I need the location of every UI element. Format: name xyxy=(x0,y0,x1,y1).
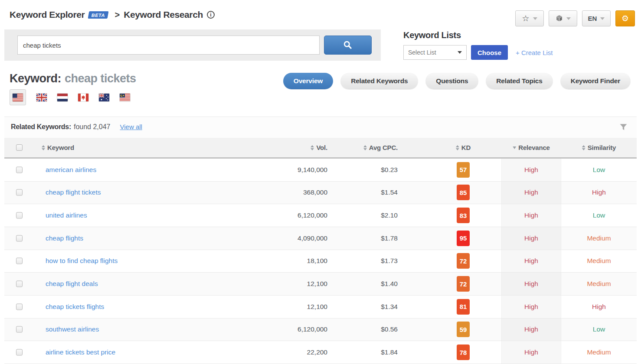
similarity-value: Medium xyxy=(587,257,611,265)
volume-value: 368,000 xyxy=(303,188,327,196)
volume-value: 12,100 xyxy=(307,280,327,288)
table-row: cheap flight deals12,100$1.4072HighMediu… xyxy=(4,273,637,296)
tab-related-topics[interactable]: Related Topics xyxy=(486,73,553,89)
row-checkbox[interactable] xyxy=(16,166,23,173)
breadcrumb-separator: > xyxy=(114,10,120,20)
us-flag-icon xyxy=(13,94,23,101)
row-checkbox[interactable] xyxy=(16,303,23,310)
volume-value: 22,200 xyxy=(307,348,327,356)
table-body: american airlines9,140,000$0.2357HighLow… xyxy=(4,159,637,364)
filter-icon[interactable] xyxy=(619,123,628,132)
gear-icon: ⚙ xyxy=(621,14,629,23)
keyword-link[interactable]: united airlines xyxy=(46,211,87,219)
keyword-heading-label: Keyword: xyxy=(10,72,61,85)
keyword-link[interactable]: american airlines xyxy=(46,166,96,174)
relevance-value: High xyxy=(524,325,538,333)
keyword-explorer-page: Keyword Explorer BETA > Keyword Research… xyxy=(0,0,641,364)
kd-badge: 57 xyxy=(457,162,470,178)
select-list-value: Select List xyxy=(408,49,436,56)
avg-cpc-value: $1.40 xyxy=(381,280,398,288)
row-checkbox[interactable] xyxy=(16,281,23,287)
keyword-link[interactable]: cheap flight deals xyxy=(46,280,98,288)
keyword-link[interactable]: cheap flights xyxy=(46,234,83,242)
volume-value: 6,120,000 xyxy=(298,211,327,219)
sort-icon xyxy=(311,145,314,150)
view-all-link[interactable]: View all xyxy=(120,123,142,130)
flag-gb[interactable] xyxy=(36,94,47,101)
tab-questions[interactable]: Questions xyxy=(425,73,478,89)
kd-badge: 81 xyxy=(457,299,470,315)
tab-overview[interactable]: Overview xyxy=(283,73,333,89)
volume-value: 18,100 xyxy=(307,257,327,265)
row-checkbox[interactable] xyxy=(16,349,23,356)
row-checkbox[interactable] xyxy=(16,212,23,219)
sort-icon xyxy=(456,145,459,150)
select-all-checkbox[interactable] xyxy=(16,144,23,151)
flag-us-selected[interactable] xyxy=(10,89,26,105)
volume-value: 9,140,000 xyxy=(298,166,327,174)
kd-badge: 85 xyxy=(457,185,470,200)
relevance-value: High xyxy=(524,257,538,265)
table-row: united airlines6,120,000$2.1083HighLow xyxy=(4,204,637,227)
keyword-link[interactable]: airline tickets best price xyxy=(46,348,115,356)
relevance-value: High xyxy=(524,348,538,356)
row-checkbox[interactable] xyxy=(16,258,23,264)
avg-cpc-value: $2.10 xyxy=(381,211,398,219)
similarity-value: Medium xyxy=(587,234,611,242)
flag-nl[interactable] xyxy=(57,94,68,101)
keyword-link[interactable]: how to find cheap flights xyxy=(46,257,118,265)
choose-button[interactable]: Choose xyxy=(471,45,508,60)
flag-my[interactable] xyxy=(120,94,130,101)
language-dropdown-button[interactable]: EN xyxy=(582,10,611,26)
column-header-avg-cpc[interactable]: Avg CPC. xyxy=(363,138,398,157)
search-panel xyxy=(4,29,381,61)
sort-icon xyxy=(363,145,367,150)
avg-cpc-value: $1.78 xyxy=(381,234,398,242)
app-header: Keyword Explorer BETA > Keyword Research… xyxy=(10,10,215,20)
column-header-relevance[interactable]: Relevance xyxy=(513,138,549,157)
beta-badge: BETA xyxy=(88,11,109,19)
column-header-vol[interactable]: Vol. xyxy=(311,138,327,157)
projects-dropdown-button[interactable] xyxy=(549,10,577,26)
keyword-link[interactable]: southwest airlines xyxy=(46,325,99,333)
gb-flag-icon xyxy=(36,94,47,101)
relevance-value: High xyxy=(524,234,538,242)
chevron-down-icon xyxy=(458,51,462,54)
flag-ca[interactable] xyxy=(78,94,88,101)
avg-cpc-value: $0.23 xyxy=(381,166,398,174)
avg-cpc-value: $1.54 xyxy=(381,188,398,196)
tab-keyword-finder[interactable]: Keyword Finder xyxy=(560,73,631,89)
select-all-checkbox-cell xyxy=(10,138,28,157)
row-checkbox[interactable] xyxy=(16,189,23,196)
search-button[interactable] xyxy=(324,36,372,55)
info-icon[interactable]: i xyxy=(207,11,215,19)
relevance-value: High xyxy=(524,188,538,196)
keyword-search-input[interactable] xyxy=(17,36,320,55)
relevance-value: High xyxy=(524,166,538,174)
keyword-link[interactable]: cheap flight tickets xyxy=(46,188,101,196)
favorites-dropdown-button[interactable]: ☆ xyxy=(515,10,544,26)
my-flag-icon xyxy=(120,94,130,101)
page-title: Keyword Research xyxy=(124,10,203,20)
row-checkbox[interactable] xyxy=(16,326,23,333)
select-list-dropdown[interactable]: Select List xyxy=(403,45,467,60)
volume-value: 6,120,000 xyxy=(298,325,327,333)
table-row: how to find cheap flights18,100$1.7372Hi… xyxy=(4,250,637,273)
kd-badge: 83 xyxy=(457,208,470,223)
tab-related-keywords[interactable]: Related Keywords xyxy=(340,73,418,89)
settings-button[interactable]: ⚙ xyxy=(615,10,635,26)
keyword-link[interactable]: cheap tickets flights xyxy=(46,303,104,311)
column-header-keyword[interactable]: Keyword xyxy=(42,138,74,157)
flag-au[interactable] xyxy=(99,94,109,101)
similarity-value: High xyxy=(592,303,606,311)
column-header-similarity[interactable]: Similarity xyxy=(582,138,616,157)
similarity-value: Medium xyxy=(587,280,611,288)
kd-badge: 59 xyxy=(457,322,470,337)
row-checkbox[interactable] xyxy=(16,235,23,241)
country-flags-row xyxy=(10,89,130,105)
column-header-kd[interactable]: KD xyxy=(456,138,471,157)
relevance-value: High xyxy=(524,211,538,219)
table-row: cheap flight tickets368,000$1.5485HighHi… xyxy=(4,182,637,205)
create-list-link[interactable]: + Create List xyxy=(516,49,553,56)
results-label: Related Keywords: xyxy=(11,123,71,131)
